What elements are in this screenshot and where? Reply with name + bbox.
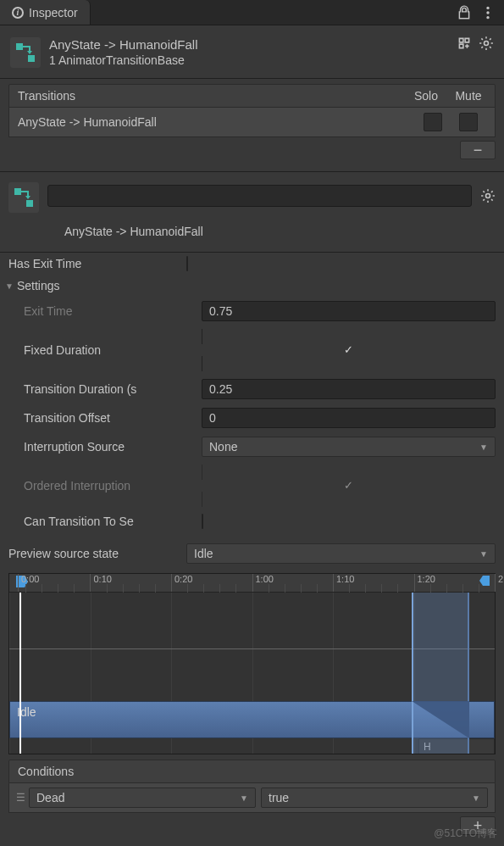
ruler-mark: 0:10	[90, 574, 111, 592]
mute-checkbox[interactable]	[459, 113, 478, 131]
fixed-duration-label: Fixed Duration	[24, 343, 202, 357]
transitions-label: Transitions	[18, 89, 408, 103]
has-exit-time-label: Has Exit Time	[8, 257, 186, 270]
ruler-mark: 1:10	[333, 574, 354, 592]
svg-rect-6	[14, 188, 21, 195]
condition-param-value: Dead	[36, 791, 64, 804]
playhead-end-handle[interactable]	[478, 574, 491, 587]
transition-icon	[10, 37, 41, 68]
conditions-header: Conditions	[8, 760, 496, 783]
preview-source-value: Idle	[194, 547, 213, 560]
lock-icon[interactable]	[457, 5, 472, 20]
interruption-source-dropdown[interactable]: None ▼	[202, 437, 496, 457]
header-subtitle: 1 AnimatorTransitionBase	[49, 53, 448, 67]
svg-point-8	[486, 194, 490, 198]
preset-icon[interactable]	[457, 36, 472, 51]
can-transition-self-label: Can Transition To Se	[24, 515, 202, 528]
svg-rect-7	[26, 200, 33, 207]
exit-time-input[interactable]	[202, 301, 496, 321]
ruler-mark: 0:20	[171, 574, 192, 592]
svg-point-0	[486, 6, 489, 8]
condition-value: true	[269, 791, 289, 804]
dropdown-arrow-icon: ▼	[479, 442, 488, 452]
mute-label: Mute	[451, 89, 486, 103]
transition-item-label: AnyState -> HumanoidFall	[18, 115, 415, 129]
fixed-duration-checkbox[interactable]	[202, 329, 496, 371]
transition-timeline[interactable]: 0:000:100:201:001:101:202:00 Idle H	[8, 573, 496, 754]
dropdown-arrow-icon: ▼	[479, 549, 488, 559]
condition-row: ☰ Dead ▼ true ▼	[8, 783, 496, 813]
watermark: @51CTO博客	[434, 827, 497, 841]
can-transition-self-checkbox[interactable]	[202, 514, 203, 529]
svg-point-1	[486, 11, 489, 14]
settings-label: Settings	[17, 279, 60, 292]
ruler-mark: 1:20	[414, 574, 435, 592]
has-exit-time-checkbox[interactable]	[186, 256, 188, 271]
transitions-header: Transitions Solo Mute	[8, 84, 496, 108]
svg-point-2	[486, 15, 489, 18]
blend-triangle	[412, 701, 469, 738]
tab-bar: i Inspector	[0, 0, 504, 25]
dropdown-arrow-icon: ▼	[240, 793, 248, 803]
header-title: AnyState -> HumanoidFall	[49, 37, 448, 52]
inspector-tab[interactable]: i Inspector	[0, 0, 91, 25]
playhead-line[interactable]	[19, 593, 21, 754]
transition-list-item[interactable]: AnyState -> HumanoidFall	[8, 108, 496, 137]
tab-title: Inspector	[29, 6, 78, 19]
info-icon: i	[12, 7, 24, 19]
svg-rect-4	[28, 55, 35, 62]
ruler-mark: 1:00	[252, 574, 274, 592]
condition-value-dropdown[interactable]: true ▼	[261, 788, 488, 808]
ordered-interruption-checkbox[interactable]	[202, 465, 496, 507]
timeline-ruler[interactable]: 0:000:100:201:001:101:202:00	[9, 574, 495, 593]
transition-name-input[interactable]	[47, 185, 472, 207]
foldout-arrow-icon: ▼	[5, 281, 14, 291]
ordered-interruption-label: Ordered Interruption	[24, 479, 202, 493]
gear-icon[interactable]	[480, 188, 496, 203]
gear-icon[interactable]	[479, 36, 494, 51]
svg-point-5	[485, 42, 489, 46]
solo-checkbox[interactable]	[424, 113, 442, 131]
transition-offset-label: Transition Offset	[24, 411, 202, 425]
remove-transition-button[interactable]: −	[460, 141, 496, 159]
preview-source-label: Preview source state	[8, 547, 186, 560]
timeline-body[interactable]: Idle H	[9, 593, 495, 754]
menu-icon[interactable]	[480, 5, 496, 20]
exit-time-label: Exit Time	[24, 304, 202, 318]
transition-offset-input[interactable]	[202, 408, 496, 428]
transition-sub-label: AnyState -> HumanoidFall	[0, 220, 504, 248]
preview-source-dropdown[interactable]: Idle ▼	[186, 543, 496, 564]
settings-foldout[interactable]: ▼ Settings	[0, 275, 504, 297]
svg-marker-9	[412, 701, 469, 738]
condition-param-dropdown[interactable]: Dead ▼	[29, 788, 256, 808]
interruption-source-value: None	[209, 440, 237, 454]
svg-rect-3	[16, 43, 23, 50]
solo-label: Solo	[408, 89, 444, 103]
ruler-mark: 2:00	[495, 574, 504, 592]
interruption-source-label: Interruption Source	[24, 440, 202, 454]
transition-icon-small	[8, 182, 39, 213]
transition-duration-label: Transition Duration (s	[24, 382, 202, 396]
ruler-mark: 0:00	[18, 574, 39, 592]
drag-handle-icon[interactable]: ☰	[16, 792, 24, 804]
dropdown-arrow-icon: ▼	[472, 793, 480, 803]
transition-duration-input[interactable]	[202, 379, 496, 399]
transition-header: AnyState -> HumanoidFall 1 AnimatorTrans…	[0, 25, 504, 75]
